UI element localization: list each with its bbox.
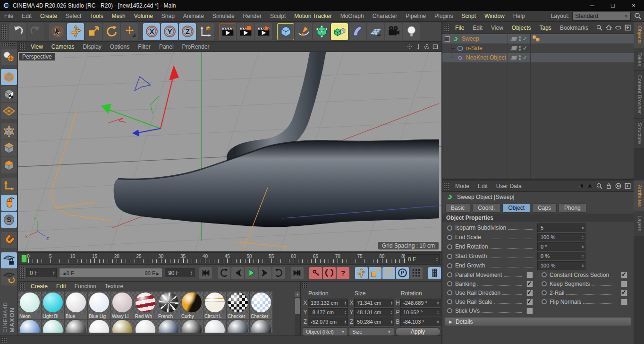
scrollbar-thumb[interactable] (295, 298, 300, 314)
material-item[interactable] (250, 320, 272, 333)
animation-dot-icon[interactable] (447, 225, 452, 231)
visibility-dots-icon[interactable] (519, 55, 521, 60)
animation-dot-icon[interactable] (447, 244, 452, 249)
menu-simulate[interactable]: Simulate (208, 13, 239, 19)
make-preview-button[interactable] (428, 267, 441, 279)
coord-field-size-y[interactable]: 48.131 cm▲▼ (354, 308, 394, 317)
timeline-ruler[interactable]: 051015202530354045505560657075808590 0 F… (18, 253, 441, 265)
scale-button[interactable] (85, 23, 102, 40)
spinner-icon[interactable]: ▲▼ (344, 301, 347, 305)
status-grip[interactable] (1, 337, 7, 343)
checkbox-keep-segments[interactable] (621, 281, 627, 287)
autokeying-button[interactable] (323, 267, 336, 279)
checkbox-constant-cross-section[interactable] (621, 272, 627, 278)
workplane-mode-button[interactable] (1, 103, 17, 119)
material-item[interactable]: French (157, 292, 180, 319)
material-item[interactable]: Blue (65, 292, 87, 319)
texture-mode-button[interactable] (1, 86, 17, 102)
phong-tag-icon[interactable] (533, 35, 540, 42)
checkbox-parallel-movement[interactable] (526, 272, 533, 278)
menu-motion-tracker[interactable]: Motion Tracker (290, 13, 336, 19)
viewport-grip[interactable] (19, 43, 25, 50)
layer-chip-icon[interactable] (510, 46, 517, 51)
menu-view[interactable]: View (487, 25, 508, 31)
property-field-end-growth[interactable]: 100 %▲▼ (537, 261, 585, 270)
make-editable-button[interactable] (1, 49, 17, 65)
current-frame-field[interactable]: 0 F ▲▼ (26, 268, 57, 278)
size-select[interactable]: Size▼ (349, 327, 394, 336)
menu-user-data[interactable]: User Data (492, 183, 526, 189)
object-toggles[interactable]: ✓ (509, 45, 530, 52)
key-parameter-button[interactable]: P (396, 267, 409, 279)
panel-tab-takes[interactable]: Takes (634, 48, 644, 71)
material-item[interactable] (65, 320, 87, 333)
scroll-up-icon[interactable]: ▲ (295, 292, 300, 297)
enabled-check-icon[interactable]: ✓ (523, 54, 527, 61)
menu-filter[interactable]: Filter (134, 43, 155, 50)
spinner-icon[interactable]: ▲▼ (437, 310, 439, 315)
menu-plugins[interactable]: Plugins (430, 13, 457, 19)
menu-file[interactable]: File (451, 25, 468, 31)
enabled-check-icon[interactable]: ✓ (523, 45, 527, 52)
coord-field-size-z[interactable]: 50.284 cm▲▼ (354, 318, 394, 327)
material-item[interactable]: Checker (227, 292, 249, 319)
menu-help[interactable]: Help (509, 13, 529, 19)
visibility-dots-icon[interactable] (519, 46, 521, 51)
transport-grip[interactable] (19, 267, 25, 279)
material-item[interactable]: Neon (18, 292, 41, 319)
spinner-icon[interactable]: ▲▼ (582, 245, 584, 249)
tab-coord[interactable]: Coord. (472, 203, 500, 213)
viewport-solo-button[interactable] (1, 195, 17, 211)
menu-pipeline[interactable]: Pipeline (401, 13, 430, 19)
menu-mograph[interactable]: MoGraph (336, 13, 368, 19)
viewport-3d-scene[interactable]: Y X Z (18, 52, 441, 251)
menu-snap[interactable]: Snap (157, 13, 179, 19)
render-view-button[interactable] (219, 23, 236, 40)
panel-tab-attributes[interactable]: Attributes (634, 181, 644, 211)
search-icon[interactable] (596, 182, 603, 189)
menu-create[interactable]: Create (36, 13, 61, 19)
edges-mode-button[interactable] (1, 140, 17, 156)
menu-create[interactable]: Create (26, 283, 52, 290)
spinner-icon[interactable]: ▲▼ (582, 226, 584, 230)
object-row-sweep[interactable]: −Sweep✓ (442, 34, 634, 43)
attribute-manager-grip[interactable] (443, 182, 449, 190)
object-toggles[interactable]: ✓ (509, 35, 530, 42)
animation-dot-icon[interactable] (542, 299, 547, 304)
spinner-icon[interactable]: ▲▼ (344, 320, 347, 324)
menu-render[interactable]: Render (239, 13, 266, 19)
spinner-icon[interactable]: ▲▼ (390, 320, 393, 324)
spinner-icon[interactable]: ▲▼ (582, 235, 584, 240)
vp-rotate-icon[interactable] (424, 43, 430, 50)
last-tool-button[interactable] (121, 23, 138, 40)
material-item[interactable]: Wavy Li (111, 292, 134, 319)
property-field-start-growth[interactable]: 0 %▲▼ (537, 252, 585, 261)
tab-caps[interactable]: Caps (532, 203, 557, 213)
leftbar-grip[interactable] (2, 43, 16, 47)
render-settings-button[interactable] (255, 23, 272, 40)
layer-chip-icon[interactable] (510, 36, 517, 41)
polygons-mode-button[interactable] (1, 157, 17, 173)
menu-sculpt[interactable]: Sculpt (266, 13, 290, 19)
coord-field-rotation-p[interactable]: 10.652 °▲▼ (400, 308, 441, 317)
tab-basic[interactable]: Basic (445, 203, 470, 213)
axis-mode-button[interactable] (1, 178, 17, 194)
menu-file[interactable]: File (0, 13, 17, 19)
object-name[interactable]: Sweep (462, 35, 479, 42)
minimize-button[interactable]: ─ (582, 0, 602, 11)
frame-range-slider[interactable]: ◀ 0 F 90 F ▶ (59, 268, 162, 278)
snap-toggle-button[interactable]: S (1, 212, 17, 228)
material-item[interactable]: Curby (180, 292, 203, 319)
menu-display[interactable]: Display (78, 43, 105, 50)
goto-start-button[interactable] (199, 267, 212, 279)
animation-dot-icon[interactable] (447, 235, 452, 240)
material-grip[interactable] (19, 283, 25, 290)
next-frame-button[interactable] (259, 267, 271, 279)
checkbox-use-rail-direction[interactable] (526, 290, 533, 296)
material-item[interactable]: Checker (250, 292, 272, 319)
add-spline-button[interactable] (295, 23, 312, 40)
menu-panel[interactable]: Panel (155, 43, 178, 50)
lock-icon[interactable] (605, 182, 612, 189)
add-camera-button[interactable] (385, 23, 402, 40)
goto-end-button[interactable] (291, 267, 304, 279)
